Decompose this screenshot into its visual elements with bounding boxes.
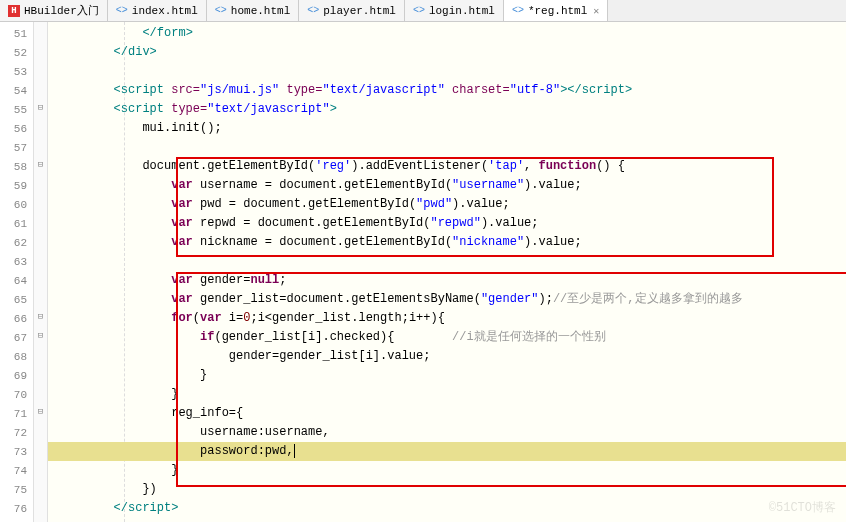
fold-marker xyxy=(34,459,47,478)
tab-label: index.html xyxy=(132,5,198,17)
tab-home-html[interactable]: <> home.html xyxy=(207,0,299,21)
fold-marker xyxy=(34,383,47,402)
line-number: 53 xyxy=(0,62,33,81)
tab-label: login.html xyxy=(429,5,495,17)
fold-marker xyxy=(34,421,47,440)
line-number-gutter: 5152535455565758596061626364656667686970… xyxy=(0,22,34,522)
watermark: ©51CTO博客 xyxy=(769,499,836,516)
line-number: 69 xyxy=(0,366,33,385)
html-icon: <> xyxy=(512,5,524,17)
line-number: 57 xyxy=(0,138,33,157)
fold-marker[interactable]: ⊟ xyxy=(34,307,47,326)
fold-gutter: ⊟⊟⊟⊟⊟ xyxy=(34,22,48,522)
fold-marker xyxy=(34,174,47,193)
line-number: 67 xyxy=(0,328,33,347)
line-number: 52 xyxy=(0,43,33,62)
line-number: 55 xyxy=(0,100,33,119)
tab-index-html[interactable]: <> index.html xyxy=(108,0,207,21)
line-number: 74 xyxy=(0,461,33,480)
line-number: 70 xyxy=(0,385,33,404)
fold-marker xyxy=(34,22,47,41)
line-number: 56 xyxy=(0,119,33,138)
fold-marker xyxy=(34,345,47,364)
code-line xyxy=(48,252,846,271)
fold-marker xyxy=(34,288,47,307)
fold-marker[interactable]: ⊟ xyxy=(34,402,47,421)
line-number: 63 xyxy=(0,252,33,271)
line-number: 51 xyxy=(0,24,33,43)
line-number: 68 xyxy=(0,347,33,366)
code-line: mui.init(); xyxy=(48,119,846,138)
line-number: 64 xyxy=(0,271,33,290)
line-number: 65 xyxy=(0,290,33,309)
code-line: } xyxy=(48,385,846,404)
code-line: var username = document.getElementById("… xyxy=(48,176,846,195)
fold-marker xyxy=(34,60,47,79)
close-icon[interactable]: ✕ xyxy=(593,5,599,17)
line-number: 60 xyxy=(0,195,33,214)
fold-marker xyxy=(34,231,47,250)
code-line xyxy=(48,62,846,81)
code-line: var gender_list=document.getElementsByNa… xyxy=(48,290,846,309)
html-icon: <> xyxy=(413,5,425,17)
tab-label: player.html xyxy=(323,5,396,17)
line-number: 72 xyxy=(0,423,33,442)
fold-marker xyxy=(34,212,47,231)
code-line: username:username, xyxy=(48,423,846,442)
html-icon: <> xyxy=(307,5,319,17)
html-icon: <> xyxy=(116,5,128,17)
line-number: 66 xyxy=(0,309,33,328)
code-line: if(gender_list[i].checked){ //i就是任何选择的一个… xyxy=(48,328,846,347)
fold-marker xyxy=(34,117,47,136)
code-line: <script type="text/javascript"> xyxy=(48,100,846,119)
hbuilder-icon: H xyxy=(8,5,20,17)
fold-marker xyxy=(34,364,47,383)
tab-login-html[interactable]: <> login.html xyxy=(405,0,504,21)
code-line xyxy=(48,138,846,157)
code-area[interactable]: </form> </div> <script src="js/mui.js" t… xyxy=(48,22,846,522)
fold-marker[interactable]: ⊟ xyxy=(34,98,47,117)
line-number: 71 xyxy=(0,404,33,423)
tab-label: *reg.html xyxy=(528,5,587,17)
text-cursor xyxy=(294,444,295,458)
line-number: 62 xyxy=(0,233,33,252)
fold-marker xyxy=(34,250,47,269)
tab-player-html[interactable]: <> player.html xyxy=(299,0,405,21)
fold-marker xyxy=(34,497,47,516)
code-line: </script> xyxy=(48,499,846,518)
tab-label: HBuilder入门 xyxy=(24,3,99,18)
fold-marker xyxy=(34,269,47,288)
tab-reg-html[interactable]: <> *reg.html ✕ xyxy=(504,0,608,21)
line-number: 73 xyxy=(0,442,33,461)
code-line: <script src="js/mui.js" type="text/javas… xyxy=(48,81,846,100)
code-editor[interactable]: 5152535455565758596061626364656667686970… xyxy=(0,22,846,522)
fold-marker[interactable]: ⊟ xyxy=(34,155,47,174)
code-line: var repwd = document.getElementById("rep… xyxy=(48,214,846,233)
line-number: 61 xyxy=(0,214,33,233)
line-number: 75 xyxy=(0,480,33,499)
code-line: var nickname = document.getElementById("… xyxy=(48,233,846,252)
code-line: var pwd = document.getElementById("pwd")… xyxy=(48,195,846,214)
code-line: reg_info={ xyxy=(48,404,846,423)
tab-bar: H HBuilder入门 <> index.html <> home.html … xyxy=(0,0,846,22)
fold-marker xyxy=(34,440,47,459)
fold-marker xyxy=(34,79,47,98)
fold-marker xyxy=(34,193,47,212)
fold-marker xyxy=(34,136,47,155)
code-line: } xyxy=(48,461,846,480)
fold-marker xyxy=(34,41,47,60)
code-line: for(var i=0;i<gender_list.length;i++){ xyxy=(48,309,846,328)
code-line: } xyxy=(48,366,846,385)
html-icon: <> xyxy=(215,5,227,17)
tab-label: home.html xyxy=(231,5,290,17)
code-line-current: password:pwd, xyxy=(48,442,846,461)
line-number: 54 xyxy=(0,81,33,100)
code-line: var gender=null; xyxy=(48,271,846,290)
tab-hbuilder-intro[interactable]: H HBuilder入门 xyxy=(0,0,108,21)
code-line: </div> xyxy=(48,43,846,62)
code-line: }) xyxy=(48,480,846,499)
line-number: 76 xyxy=(0,499,33,518)
code-line: document.getElementById('reg').addEventL… xyxy=(48,157,846,176)
code-line: gender=gender_list[i].value; xyxy=(48,347,846,366)
fold-marker[interactable]: ⊟ xyxy=(34,326,47,345)
